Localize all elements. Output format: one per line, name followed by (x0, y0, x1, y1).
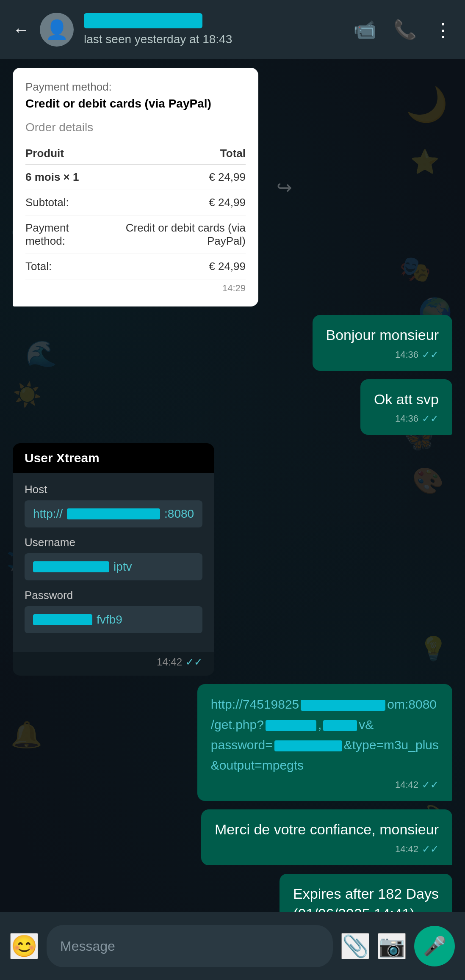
total-label: Total: (25, 254, 105, 279)
bonjour-text: Bonjour monsieur (326, 325, 439, 345)
received-receipt-message: Payment method: Credit or debit cards (v… (13, 68, 258, 306)
sent-message-merci: Merci de votre confiance, monsieur 14:42… (201, 809, 452, 865)
table-row: Subtotal: € 24,99 (25, 190, 246, 215)
more-options-icon[interactable]: ⋮ (434, 19, 452, 41)
total-value: € 24,99 (105, 254, 246, 279)
host-label: Host (25, 483, 202, 496)
table-row: Total: € 24,99 (25, 254, 246, 279)
payment-method-value: Credit or debit cards (via PayPal) (25, 97, 246, 110)
xtream-card-header: User Xtream (13, 443, 214, 473)
link-time: 14:42 ✓✓ (211, 779, 439, 791)
contact-name-redacted (84, 13, 202, 28)
bubble-merci: Merci de votre confiance, monsieur 14:42… (201, 809, 452, 865)
link-text: http://74519825om:8080 /get.php?,v& pass… (211, 694, 439, 776)
okatt-text: Ok att svp (374, 389, 439, 410)
avatar-icon: 👤 (45, 19, 69, 41)
receipt-card: Payment method: Credit or debit cards (v… (13, 68, 258, 306)
link-check: ✓✓ (422, 779, 439, 791)
payment-label-row: Payment method: (25, 215, 105, 254)
xtream-check: ✓✓ (185, 656, 202, 668)
table-row: Payment method: Credit or debit cards (v… (25, 215, 246, 254)
merci-timestamp: 14:42 (395, 844, 418, 855)
username-value: iptv (25, 553, 202, 580)
camera-button[interactable]: 📷 (378, 933, 406, 959)
video-call-icon[interactable]: 📹 (353, 19, 376, 41)
product-total: € 24,99 (105, 165, 246, 190)
bubble-expires: Expires after 182 Days (01/06/2025 14:41… (280, 874, 452, 912)
xtream-timestamp: 14:42 (157, 656, 182, 668)
attach-button[interactable]: 📎 (341, 933, 369, 959)
okatt-timestamp: 14:36 (395, 413, 418, 424)
sent-message-expires: Expires after 182 Days (01/06/2025 14:41… (280, 874, 452, 912)
received-xtream-message: ↪ User Xtream Host http:// :8080 Usernam… (13, 443, 214, 676)
expires-text: Expires after 182 Days (01/06/2025 14:41… (293, 884, 439, 912)
bonjour-timestamp: 14:36 (395, 349, 418, 360)
username-label: Username (25, 536, 202, 549)
okatt-time: 14:36 ✓✓ (374, 413, 439, 425)
forward-icon: ↪ (277, 177, 292, 198)
mic-button[interactable]: 🎤 (414, 926, 455, 966)
product-header: Produit (25, 143, 105, 165)
order-table: Produit Total 6 mois × 1 € 24,99 Subtota… (25, 143, 246, 279)
double-check-icon: ✓✓ (422, 413, 439, 425)
sent-link-message: http://74519825om:8080 /get.php?,v& pass… (197, 684, 452, 801)
payment-value-row: Credit or debit cards (via PayPal) (105, 215, 246, 254)
back-button[interactable]: ← (13, 20, 30, 39)
payment-method-label: Payment method: (25, 80, 246, 94)
bubble-bonjour: Bonjour monsieur 14:36 ✓✓ (313, 315, 452, 371)
xtream-title: User Xtream (25, 451, 100, 465)
merci-time: 14:42 ✓✓ (215, 843, 439, 855)
sent-message-okatt: Ok att svp 14:36 ✓✓ (360, 379, 452, 435)
total-header: Total (105, 143, 246, 165)
password-value: fvfb9 (25, 606, 202, 633)
receipt-time: 14:29 (25, 283, 246, 294)
host-value: http:// :8080 (25, 500, 202, 527)
header-actions: 📹 📞 ⋮ (353, 19, 452, 41)
subtotal-value: € 24,99 (105, 190, 246, 215)
link-bubble: http://74519825om:8080 /get.php?,v& pass… (197, 684, 452, 801)
xtream-time: 14:42 ✓✓ (13, 652, 214, 676)
xtream-body: Host http:// :8080 Username iptv Passwor… (13, 473, 214, 652)
mic-icon: 🎤 (423, 935, 446, 957)
emoji-button[interactable]: 😊 (10, 933, 38, 959)
table-row: 6 mois × 1 € 24,99 (25, 165, 246, 190)
xtream-card: User Xtream Host http:// :8080 Username … (13, 443, 214, 676)
contact-status: last seen yesterday at 18:43 (84, 33, 343, 46)
message-placeholder: Message (60, 939, 115, 954)
chat-area: Payment method: Credit or debit cards (v… (0, 59, 465, 912)
merci-check: ✓✓ (422, 843, 439, 855)
sent-message-bonjour: Bonjour monsieur 14:36 ✓✓ (313, 315, 452, 371)
payment-method-section: Payment method: Credit or debit cards (v… (25, 80, 246, 110)
header-info: last seen yesterday at 18:43 (84, 13, 343, 46)
product-name: 6 mois × 1 (25, 165, 105, 190)
merci-text: Merci de votre confiance, monsieur (215, 820, 439, 840)
password-label: Password (25, 589, 202, 602)
subtotal-label: Subtotal: (25, 190, 105, 215)
input-bar: 😊 Message 📎 📷 🎤 (0, 912, 465, 980)
bubble-okatt: Ok att svp 14:36 ✓✓ (360, 379, 452, 435)
double-check-icon: ✓✓ (422, 349, 439, 361)
link-timestamp: 14:42 (395, 779, 418, 790)
message-input-wrapper[interactable]: Message (47, 925, 333, 967)
receipt-timestamp: 14:29 (222, 283, 246, 294)
chat-header: ← 👤 last seen yesterday at 18:43 📹 📞 ⋮ (0, 0, 465, 59)
bonjour-time: 14:36 ✓✓ (326, 349, 439, 361)
voice-call-icon[interactable]: 📞 (393, 19, 417, 41)
avatar[interactable]: 👤 (40, 13, 74, 47)
order-details-title: Order details (25, 121, 246, 134)
